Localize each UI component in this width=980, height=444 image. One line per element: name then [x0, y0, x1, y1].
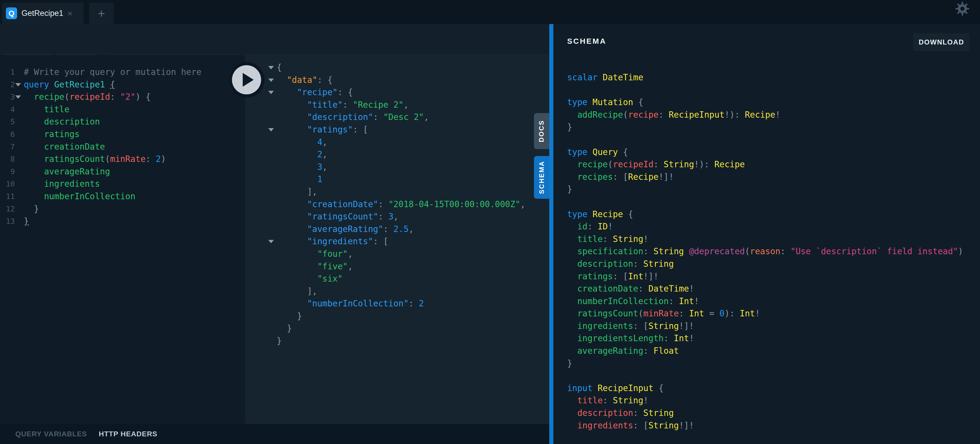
code-token: { [328, 75, 332, 85]
code-token: "creationDate" [307, 199, 378, 209]
code-token: } [277, 336, 282, 346]
query-editor-code[interactable]: 1# Write your query or mutation here2que… [24, 66, 201, 228]
code-token: ) { [135, 92, 151, 102]
code-token: ID [598, 222, 608, 232]
code-token [587, 97, 592, 107]
code-line: "creationDate": "2018-04-15T00:00:00.000… [277, 198, 525, 211]
new-tab-button[interactable]: + [89, 3, 114, 24]
code-token [567, 234, 578, 244]
code-token: : [146, 154, 156, 164]
fold-arrow-icon[interactable] [15, 83, 21, 86]
code-line: ratingsCount(minRate: Int = 0): Int! [567, 307, 963, 320]
code-token: type [567, 209, 587, 219]
code-token [567, 420, 578, 430]
fold-arrow-icon[interactable] [268, 128, 274, 131]
code-token: id [578, 222, 588, 232]
code-token: Int [679, 296, 694, 306]
code-line: 3, [277, 161, 525, 173]
code-token: addRecipe [578, 110, 623, 120]
code-token [277, 149, 317, 159]
settings-gear-icon[interactable] [955, 1, 970, 16]
code-line: "ingredients": [ [277, 235, 525, 248]
schema-side-tab[interactable]: SCHEMA [534, 156, 549, 199]
code-token: [ [363, 125, 368, 134]
execute-query-button[interactable] [229, 62, 264, 98]
code-token [277, 75, 287, 85]
code-token: { [110, 80, 115, 89]
close-tab-icon[interactable]: × [67, 9, 73, 18]
code-token [24, 92, 34, 102]
code-token: ): [724, 308, 740, 318]
code-line: description: String [567, 258, 963, 270]
fold-arrow-icon[interactable] [15, 96, 21, 99]
code-token: ratingsCount [24, 154, 105, 164]
code-token [277, 199, 307, 209]
code-token: : [643, 246, 654, 256]
pane-resize-divider[interactable] [549, 24, 554, 444]
code-token: recipes [578, 172, 613, 182]
play-icon [232, 65, 261, 94]
code-token: !): [694, 159, 714, 169]
fold-arrow-icon[interactable] [268, 66, 274, 69]
code-line: "ratings": [ [277, 123, 525, 136]
code-token: 3 [388, 211, 393, 222]
code-token: 2 [419, 299, 424, 308]
code-token [277, 125, 307, 134]
code-token: recipe [578, 159, 608, 169]
code-token: ingredients [24, 179, 100, 189]
fold-arrow-icon[interactable] [268, 78, 274, 82]
code-token: description [578, 259, 633, 269]
code-token: 1 [317, 174, 322, 184]
code-token [277, 211, 307, 222]
code-token: !]! [679, 321, 694, 331]
code-token: : [654, 159, 664, 169]
code-token: creationDate [578, 284, 638, 294]
query-variables-tab[interactable]: QUERY VARIABLES [15, 430, 87, 438]
code-line: "ratingsCount": 3, [277, 211, 525, 223]
code-token: query [24, 80, 49, 89]
code-token: recipe [628, 110, 659, 120]
code-token [277, 261, 317, 272]
code-token [567, 246, 578, 256]
code-token [277, 249, 317, 259]
tab-getrecipe1[interactable]: Q GetRecipe1 × [2, 3, 84, 24]
fold-arrow-icon[interactable] [268, 91, 274, 94]
code-token: : [378, 211, 388, 222]
docs-side-tab[interactable]: DOCS [534, 113, 549, 149]
code-token: ], [277, 286, 317, 296]
code-token: ! [608, 222, 613, 232]
code-token [277, 137, 317, 147]
code-token: !]! [659, 172, 674, 182]
code-token [567, 259, 578, 269]
editor-footer-bar: QUERY VARIABLES HTTP HEADERS [0, 424, 549, 444]
code-token: Recipe [592, 209, 623, 219]
code-token: Int [674, 333, 689, 343]
code-token: Int [740, 308, 755, 318]
code-token: : [378, 199, 388, 209]
code-token [598, 72, 603, 82]
code-token: } [24, 216, 29, 226]
code-line: "title": "Recipe 2", [277, 99, 525, 111]
fold-arrow-icon[interactable] [268, 240, 274, 243]
code-token: , [520, 199, 525, 209]
tab-title: GetRecipe1 [21, 9, 64, 18]
download-schema-button[interactable]: DOWNLOAD [913, 33, 969, 51]
code-line: title: String! [567, 233, 963, 246]
http-headers-tab[interactable]: HTTP HEADERS [99, 430, 158, 438]
code-token: ) [161, 154, 166, 164]
code-token: !]! [679, 420, 694, 430]
code-token: # Write your query or mutation here [24, 67, 201, 77]
schema-side-tab-label: SCHEMA [538, 161, 546, 194]
code-line: recipes: [Recipe!]! [567, 171, 963, 184]
code-token: "Recipe 2" [353, 100, 404, 110]
code-token: "ratings" [307, 125, 353, 134]
code-token: String [613, 395, 643, 406]
code-token: GetRecipe1 [54, 80, 105, 89]
code-token: recipeId [613, 159, 654, 169]
code-token: : [638, 284, 648, 294]
code-token: [ [383, 236, 388, 246]
code-token: description [24, 117, 100, 126]
code-line: "five", [277, 260, 525, 273]
code-token: 2 [156, 154, 161, 164]
line-number: 8 [0, 153, 15, 166]
